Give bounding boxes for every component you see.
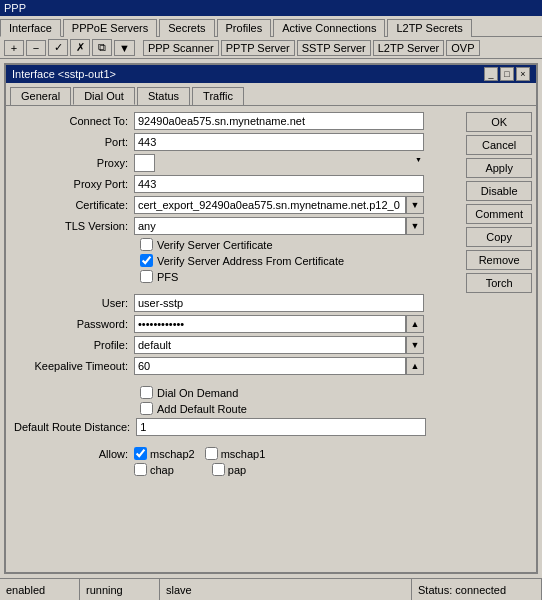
keepalive-toggle-btn[interactable]: ▲ bbox=[406, 357, 424, 375]
port-row: Port: bbox=[14, 133, 454, 151]
password-input-group: ▲ bbox=[134, 315, 424, 333]
proxy-port-row: Proxy Port: bbox=[14, 175, 454, 193]
allow-mschap2-item: mschap2 bbox=[134, 447, 195, 460]
connect-to-input[interactable] bbox=[134, 112, 424, 130]
pap-checkbox[interactable] bbox=[212, 463, 225, 476]
proxy-row: Proxy: bbox=[14, 154, 454, 172]
proxy-port-input[interactable] bbox=[134, 175, 424, 193]
port-label: Port: bbox=[14, 136, 134, 148]
minimize-button[interactable]: _ bbox=[484, 67, 498, 81]
allow-checkboxes: mschap2 mschap1 bbox=[134, 447, 265, 460]
filter-button[interactable]: ▼ bbox=[114, 40, 135, 56]
check-button[interactable]: ✓ bbox=[48, 39, 68, 56]
tab-l2tp-secrets[interactable]: L2TP Secrets bbox=[387, 19, 471, 37]
add-button[interactable]: + bbox=[4, 40, 24, 56]
certificate-label: Certificate: bbox=[14, 199, 134, 211]
tab-dial-out[interactable]: Dial Out bbox=[73, 87, 135, 105]
dialog-title-buttons: _ □ × bbox=[484, 67, 530, 81]
proxy-label: Proxy: bbox=[14, 157, 134, 169]
proxy-dropdown-wrapper bbox=[134, 154, 424, 172]
allow-chap-item: chap bbox=[134, 463, 174, 476]
proxy-port-label: Proxy Port: bbox=[14, 178, 134, 190]
l2tp-server-button[interactable]: L2TP Server bbox=[373, 40, 445, 56]
verify-server-cert-checkbox[interactable] bbox=[140, 238, 153, 251]
remove-toolbar-button[interactable]: − bbox=[26, 40, 46, 56]
main-tab-bar: Interface PPPoE Servers Secrets Profiles… bbox=[0, 16, 542, 37]
allow-pap-item: pap bbox=[212, 463, 246, 476]
pfs-checkbox[interactable] bbox=[140, 270, 153, 283]
tab-status[interactable]: Status bbox=[137, 87, 190, 105]
keepalive-input[interactable] bbox=[134, 357, 406, 375]
dialog-title-bar: Interface <sstp-out1> _ □ × bbox=[6, 65, 536, 83]
allow-label: Allow: bbox=[14, 448, 134, 460]
ppp-scanner-button[interactable]: PPP Scanner bbox=[143, 40, 219, 56]
copy-toolbar-button[interactable]: ⧉ bbox=[92, 39, 112, 56]
dial-on-demand-row: Dial On Demand bbox=[14, 386, 454, 399]
add-default-route-checkbox[interactable] bbox=[140, 402, 153, 415]
profile-input-group: ▼ bbox=[134, 336, 424, 354]
status-bar: enabled running slave Status: connected bbox=[0, 578, 542, 600]
keepalive-label: Keepalive Timeout: bbox=[14, 360, 134, 372]
ovp-button[interactable]: OVP bbox=[446, 40, 479, 56]
tab-secrets[interactable]: Secrets bbox=[159, 19, 214, 37]
certificate-input-group: ▼ bbox=[134, 196, 424, 214]
tab-general[interactable]: General bbox=[10, 87, 71, 105]
default-route-distance-row: Default Route Distance: bbox=[14, 418, 454, 436]
inner-tab-bar: General Dial Out Status Traffic bbox=[6, 83, 536, 106]
user-row: User: bbox=[14, 294, 454, 312]
cross-button[interactable]: ✗ bbox=[70, 39, 90, 56]
password-toggle-btn[interactable]: ▲ bbox=[406, 315, 424, 333]
ok-button[interactable]: OK bbox=[466, 112, 532, 132]
chap-checkbox[interactable] bbox=[134, 463, 147, 476]
comment-button[interactable]: Comment bbox=[466, 204, 532, 224]
mschap1-checkbox[interactable] bbox=[205, 447, 218, 460]
add-default-route-row: Add Default Route bbox=[14, 402, 454, 415]
mschap1-label: mschap1 bbox=[221, 448, 266, 460]
user-input[interactable] bbox=[134, 294, 424, 312]
tab-pppoe-servers[interactable]: PPPoE Servers bbox=[63, 19, 157, 37]
password-input[interactable] bbox=[134, 315, 406, 333]
disable-button[interactable]: Disable bbox=[466, 181, 532, 201]
torch-button[interactable]: Torch bbox=[466, 273, 532, 293]
keepalive-input-group: ▲ bbox=[134, 357, 424, 375]
restore-button[interactable]: □ bbox=[500, 67, 514, 81]
keepalive-row: Keepalive Timeout: ▲ bbox=[14, 357, 454, 375]
default-route-distance-input[interactable] bbox=[136, 418, 426, 436]
remove-button[interactable]: Remove bbox=[466, 250, 532, 270]
dialog: Interface <sstp-out1> _ □ × General Dial… bbox=[4, 63, 538, 574]
connect-to-row: Connect To: bbox=[14, 112, 454, 130]
allow-row2: chap pap bbox=[14, 463, 454, 476]
certificate-dropdown-btn[interactable]: ▼ bbox=[406, 196, 424, 214]
status-enabled: enabled bbox=[0, 579, 80, 600]
mschap2-label: mschap2 bbox=[150, 448, 195, 460]
dial-on-demand-checkbox[interactable] bbox=[140, 386, 153, 399]
title-bar: PPP bbox=[0, 0, 542, 16]
profile-label: Profile: bbox=[14, 339, 134, 351]
certificate-input[interactable] bbox=[134, 196, 406, 214]
main-window: PPP Interface PPPoE Servers Secrets Prof… bbox=[0, 0, 542, 600]
dialog-body: Connect To: Port: Proxy: bbox=[6, 106, 536, 485]
tab-profiles[interactable]: Profiles bbox=[217, 19, 272, 37]
profile-dropdown-btn[interactable]: ▼ bbox=[406, 336, 424, 354]
allow-row: Allow: mschap2 mschap1 bbox=[14, 447, 454, 460]
tls-version-input[interactable] bbox=[134, 217, 406, 235]
tab-traffic[interactable]: Traffic bbox=[192, 87, 244, 105]
proxy-select[interactable] bbox=[134, 154, 155, 172]
pfs-row: PFS bbox=[14, 270, 454, 283]
tab-active-connections[interactable]: Active Connections bbox=[273, 19, 385, 37]
close-button[interactable]: × bbox=[516, 67, 530, 81]
cancel-button[interactable]: Cancel bbox=[466, 135, 532, 155]
tls-version-row: TLS Version: ▼ bbox=[14, 217, 454, 235]
profile-input[interactable] bbox=[134, 336, 406, 354]
copy-button[interactable]: Copy bbox=[466, 227, 532, 247]
apply-button[interactable]: Apply bbox=[466, 158, 532, 178]
tls-version-dropdown-btn[interactable]: ▼ bbox=[406, 217, 424, 235]
pptp-server-button[interactable]: PPTP Server bbox=[221, 40, 295, 56]
verify-server-address-checkbox[interactable] bbox=[140, 254, 153, 267]
default-route-distance-label: Default Route Distance: bbox=[14, 421, 136, 433]
tab-interface[interactable]: Interface bbox=[0, 19, 61, 37]
mschap2-checkbox[interactable] bbox=[134, 447, 147, 460]
sstp-server-button[interactable]: SSTP Server bbox=[297, 40, 371, 56]
status-running: running bbox=[80, 579, 160, 600]
port-input[interactable] bbox=[134, 133, 424, 151]
